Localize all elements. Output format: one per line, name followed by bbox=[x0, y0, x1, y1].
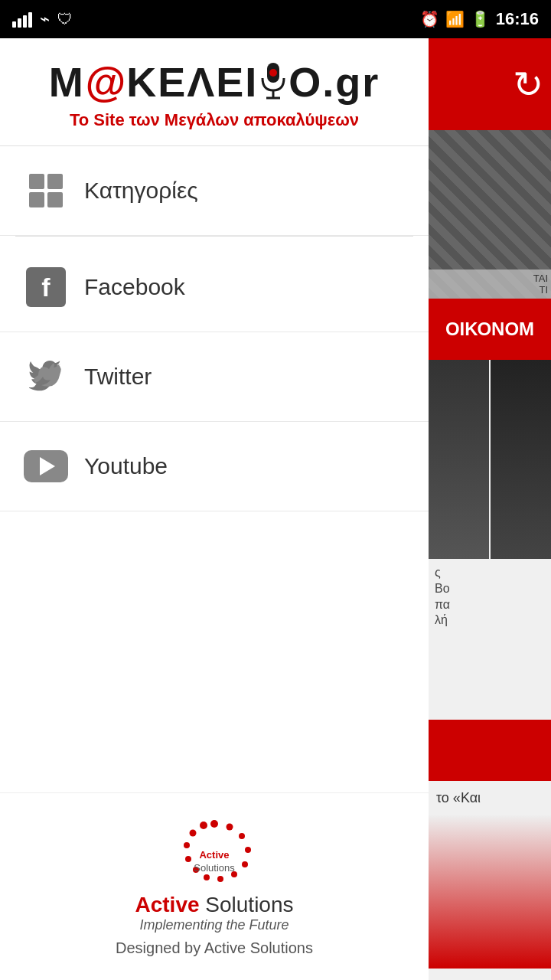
svg-point-7 bbox=[239, 833, 245, 839]
categories-label: Κατηγορίες bbox=[84, 178, 198, 204]
svg-point-12 bbox=[204, 874, 210, 880]
signal-icon bbox=[12, 11, 32, 28]
wifi-icon: 📶 bbox=[445, 10, 465, 28]
status-time: 16:16 bbox=[496, 9, 539, 29]
svg-point-14 bbox=[185, 856, 191, 862]
nav-section: Κατηγορίες f Facebook bbox=[0, 146, 429, 511]
separator-1 bbox=[15, 236, 413, 237]
svg-point-17 bbox=[200, 822, 207, 829]
svg-point-9 bbox=[242, 861, 248, 867]
twitter-label: Twitter bbox=[84, 364, 152, 390]
battery-icon: 🔋 bbox=[471, 10, 490, 28]
svg-point-8 bbox=[245, 847, 251, 853]
rp-banner: ΟΙΚΟΝΟΜ bbox=[429, 299, 551, 360]
active-solutions-logo: Active Solutions Active Solutions Implem… bbox=[135, 816, 293, 933]
logo-area: M @ ΚΕΛΕΙ O.gr Το Site των Μεγάλων αποκα… bbox=[0, 38, 429, 146]
logo-at-symbol: @ bbox=[85, 61, 127, 103]
rp-images-row bbox=[429, 360, 551, 559]
status-bar: ⌁ 🛡 ⏰ 📶 🔋 16:16 bbox=[0, 0, 551, 38]
status-right-icons: ⏰ 📶 🔋 16:16 bbox=[420, 9, 539, 29]
rp-text-block: ς Βο πα λή bbox=[429, 559, 551, 712]
active-solutions-tagline: Implementing the Future bbox=[135, 917, 293, 933]
svg-point-6 bbox=[226, 824, 233, 831]
designed-by: Designed by Active Solutions bbox=[116, 939, 313, 957]
svg-point-16 bbox=[189, 830, 196, 837]
rp-bottom-gradient bbox=[429, 815, 551, 969]
facebook-label: Facebook bbox=[84, 274, 185, 300]
alarm-icon: ⏰ bbox=[420, 10, 439, 28]
sidebar-drawer: M @ ΚΕΛΕΙ O.gr Το Site των Μεγάλων αποκα… bbox=[0, 38, 429, 980]
active-solutions-name: Active Solutions bbox=[135, 893, 293, 917]
rp-small-image-2 bbox=[491, 360, 551, 559]
categories-icon bbox=[23, 168, 69, 214]
sidebar-footer: Active Solutions Active Solutions Implem… bbox=[0, 792, 429, 980]
solutions-text: Solutions bbox=[205, 893, 293, 916]
svg-point-5 bbox=[210, 820, 218, 828]
status-left-icons: ⌁ 🛡 bbox=[12, 9, 73, 29]
svg-point-11 bbox=[217, 876, 223, 882]
rp-refresh-icon: ↻ bbox=[513, 63, 543, 106]
youtube-label: Youtube bbox=[84, 453, 168, 479]
youtube-icon bbox=[23, 443, 69, 489]
active-text: Active bbox=[135, 893, 199, 916]
svg-point-3 bbox=[269, 69, 277, 77]
rp-top-red: ↻ bbox=[429, 38, 551, 130]
right-panel-background: ↻ ΤΑΙΤΙ ΟΙΚΟΝΟΜ ς Βο πα λή bbox=[429, 38, 551, 980]
main-screen: M @ ΚΕΛΕΙ O.gr Το Site των Μεγάλων αποκα… bbox=[0, 38, 551, 980]
brand-logo: M @ ΚΕΛΕΙ O.gr bbox=[49, 61, 380, 103]
rp-small-image-1 bbox=[429, 360, 489, 559]
svg-point-15 bbox=[184, 842, 190, 848]
rp-text-content: ς Βο πα λή bbox=[435, 565, 545, 629]
twitter-icon bbox=[23, 354, 69, 400]
facebook-icon: f bbox=[23, 264, 69, 310]
shield-icon: 🛡 bbox=[57, 11, 73, 28]
microphone-icon bbox=[259, 61, 288, 103]
svg-text:Active: Active bbox=[199, 849, 229, 861]
rp-bottom-text: το «Και bbox=[429, 781, 551, 815]
active-solutions-circle-icon: Active Solutions bbox=[168, 816, 260, 893]
nav-item-categories[interactable]: Κατηγορίες bbox=[0, 146, 429, 236]
rp-banner-text: ΟΙΚΟΝΟΜ bbox=[445, 318, 534, 340]
nav-item-facebook[interactable]: f Facebook bbox=[0, 243, 429, 332]
logo-subtitle: Το Site των Μεγάλων αποκαλύψεων bbox=[70, 110, 359, 130]
active-solutions-text: Active Solutions Implementing the Future bbox=[135, 893, 293, 933]
rp-image-1: ΤΑΙΤΙ bbox=[429, 130, 551, 299]
nav-item-youtube[interactable]: Youtube bbox=[0, 422, 429, 511]
usb-icon: ⌁ bbox=[40, 9, 50, 29]
svg-text:Solutions: Solutions bbox=[194, 862, 235, 874]
rp-red-bar bbox=[429, 720, 551, 781]
nav-item-twitter[interactable]: Twitter bbox=[0, 332, 429, 422]
